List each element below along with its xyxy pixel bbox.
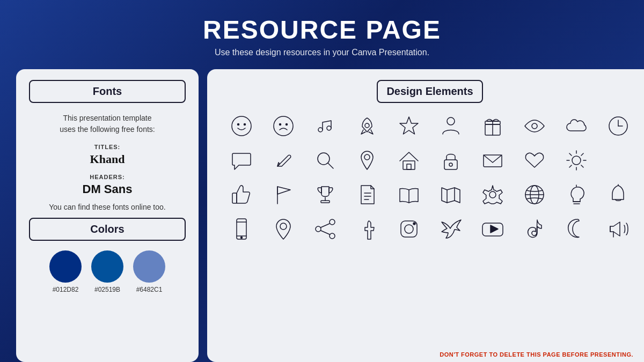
svg-point-6 <box>318 128 323 132</box>
megaphone-icon <box>600 213 636 245</box>
svg-point-57 <box>241 237 243 239</box>
title-font-name: Khand <box>90 152 125 166</box>
colors-section-header: Colors <box>29 218 186 241</box>
trophy-icon <box>307 179 343 210</box>
headers-font-label: HEADERS: <box>90 174 125 180</box>
design-elements-grid <box>223 110 636 351</box>
color-hex-1: #012D82 <box>53 286 79 293</box>
facebook-icon <box>349 213 385 245</box>
fonts-section: This presentation template uses the foll… <box>29 109 186 211</box>
svg-rect-35 <box>232 193 237 203</box>
page-subtitle: Use these design resources in your Canva… <box>203 48 441 57</box>
svg-point-3 <box>274 116 293 136</box>
svg-point-58 <box>280 223 287 230</box>
svg-point-1 <box>238 124 239 125</box>
svg-marker-43 <box>442 188 460 203</box>
colors-section: Colors #012D82 #02519B #6482C1 <box>29 218 186 293</box>
svg-line-63 <box>321 231 330 234</box>
gift-icon <box>474 110 511 142</box>
svg-point-20 <box>364 154 370 160</box>
youtube-icon <box>474 213 511 245</box>
flag-icon <box>265 179 302 210</box>
design-elements-header: Design Elements <box>377 80 482 103</box>
globe-icon <box>516 179 553 210</box>
headers-font-name: DM Sans <box>83 182 133 196</box>
star-icon <box>391 110 427 142</box>
svg-point-8 <box>365 123 369 128</box>
mobile-icon <box>223 213 260 245</box>
clock-icon <box>600 110 636 142</box>
left-panel: Fonts This presentation template uses th… <box>16 69 199 362</box>
music-notes-icon <box>307 110 343 142</box>
cloud-icon <box>558 110 595 142</box>
svg-point-2 <box>244 124 246 125</box>
svg-point-60 <box>316 226 321 232</box>
color-swatches: #012D82 #02519B #6482C1 <box>29 250 186 293</box>
instagram-icon <box>391 213 427 245</box>
rocket-icon <box>349 110 385 142</box>
person-icon <box>433 110 469 142</box>
title-font-label: TITLES: <box>94 144 121 150</box>
page-header: RESOURCE PAGE Use these design resources… <box>203 0 441 64</box>
sun-icon <box>558 145 595 176</box>
svg-point-4 <box>280 124 281 125</box>
svg-line-19 <box>328 163 333 168</box>
color-hex-2: #02519B <box>94 286 120 293</box>
svg-marker-68 <box>491 225 498 233</box>
svg-line-31 <box>569 153 572 156</box>
document-icon <box>349 179 385 210</box>
open-book-icon <box>391 179 427 210</box>
color-item-2: #02519B <box>91 250 123 293</box>
icon-row-4 <box>223 213 636 245</box>
fonts-section-header: Fonts <box>29 80 186 103</box>
page-title: RESOURCE PAGE <box>203 15 441 45</box>
svg-point-26 <box>572 156 581 165</box>
share-icon <box>307 213 343 245</box>
svg-rect-38 <box>321 201 330 203</box>
svg-point-61 <box>330 233 335 239</box>
envelope-icon <box>474 145 511 176</box>
svg-rect-22 <box>407 164 411 169</box>
icon-row-3 <box>223 179 636 210</box>
heart-icon <box>516 145 553 176</box>
location-pin-icon <box>265 213 302 245</box>
lightbulb-icon <box>558 179 595 210</box>
color-item-1: #012D82 <box>49 250 82 293</box>
svg-rect-21 <box>403 161 415 169</box>
svg-point-24 <box>449 163 452 166</box>
chat-bubble-icon <box>223 145 260 176</box>
house-icon <box>391 145 427 176</box>
svg-point-65 <box>405 225 413 233</box>
svg-point-0 <box>232 116 251 136</box>
bell-icon <box>600 179 636 210</box>
svg-point-14 <box>532 123 537 129</box>
svg-point-5 <box>286 124 288 125</box>
right-panel: Design Elements <box>207 69 644 362</box>
main-content: Fonts This presentation template uses th… <box>0 69 644 362</box>
color-item-3: #6482C1 <box>133 250 165 293</box>
fonts-description: This presentation template uses the foll… <box>60 113 155 135</box>
smiley-icon <box>223 110 260 142</box>
svg-line-33 <box>581 153 583 156</box>
sad-face-icon <box>265 110 302 142</box>
tiktok-icon <box>516 213 553 245</box>
map-icon <box>433 179 469 210</box>
svg-rect-23 <box>444 160 457 169</box>
search-icon <box>307 145 343 176</box>
color-swatch-3 <box>133 250 165 283</box>
svg-point-66 <box>413 223 415 225</box>
twitter-icon <box>433 213 469 245</box>
icon-row-2 <box>223 145 636 176</box>
svg-line-62 <box>321 224 330 227</box>
icon-row-1 <box>223 110 636 142</box>
moon-icon <box>558 213 595 245</box>
svg-point-59 <box>330 219 335 225</box>
lock-icon <box>433 145 469 176</box>
svg-line-32 <box>581 165 583 167</box>
eye-icon <box>516 110 553 142</box>
footer-note: DON'T FORGET TO DELETE THIS PAGE BEFORE … <box>440 351 633 358</box>
color-swatch-1 <box>49 250 82 283</box>
svg-point-7 <box>327 126 331 130</box>
gear-icon <box>474 179 511 210</box>
pencil-icon <box>265 145 302 176</box>
